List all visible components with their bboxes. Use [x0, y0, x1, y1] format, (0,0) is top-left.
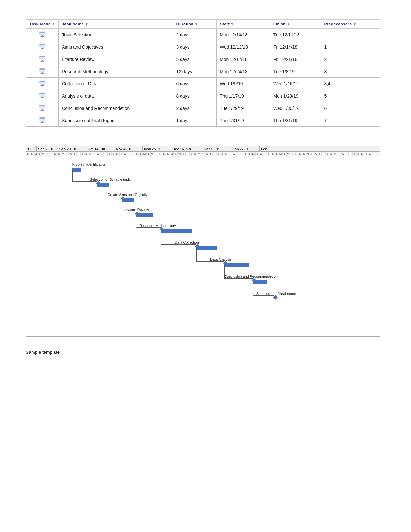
finish-cell: Fri 12/21/18 [270, 53, 321, 65]
gantt-task-row: Data Analysis [26, 257, 380, 270]
gantt-day-label: W [259, 152, 263, 156]
gantt-day-label: F [213, 152, 217, 156]
gantt-day-label: M [143, 152, 147, 156]
gantt-task-label: Selection of Suitable topic [90, 178, 131, 181]
finish-cell: Tue 1/8/19 [270, 65, 321, 78]
gantt-month-label: Jan 6, '19 [203, 146, 231, 151]
table-row: Sunmission of final Report1 dayThu 1/31/… [26, 114, 380, 127]
gantt-day-label: S [329, 152, 333, 156]
task-mode-icon [39, 55, 46, 62]
gantt-day-label: T [236, 152, 240, 156]
gantt-bar [161, 229, 192, 233]
gantt-day-label: W [178, 152, 181, 156]
gantt-day-label: S [248, 152, 252, 156]
table-row: Conclusion and Recommendetion2 daysTue 1… [26, 102, 380, 114]
task-name-cell: Collection of Data [59, 78, 173, 90]
gantt-day-label: S [220, 152, 224, 156]
gantt-day-label: S [244, 152, 248, 156]
footer: Sample template [26, 350, 385, 355]
th-start[interactable]: Start ▼ [217, 20, 270, 29]
predecessors-cell: 3,4 [321, 78, 380, 90]
gantt-task-label: Submission of final report [256, 292, 296, 295]
table-row: Litarture Review5 daysMon 12/17/18Fri 12… [26, 53, 380, 65]
gantt-month-label: Oct 14, '18 [86, 146, 115, 151]
gantt-task-label: Research Methodology [139, 224, 176, 227]
svg-rect-1 [39, 32, 45, 33]
predecessors-cell: 5 [321, 90, 380, 102]
finish-cell: Tue 12/11/18 [270, 29, 321, 41]
task-name-cell: Research Methodology [59, 65, 173, 78]
gantt-task-label: Problem Identification [72, 162, 106, 166]
gantt-day-label: S [190, 152, 193, 156]
th-finish[interactable]: Finish ▼ [270, 20, 321, 29]
finish-cell: Fri 12/14/18 [270, 41, 321, 53]
gantt-day-label: S [275, 152, 279, 156]
gantt-body: Problem IdentificationSelection of Suita… [26, 156, 380, 336]
gantt-day-label: T [182, 152, 186, 156]
duration-cell: 2 days [173, 102, 217, 114]
gantt-month-label: Nov 25, '18 [143, 146, 171, 151]
gantt-month-label: Dec 16, '18 [171, 146, 203, 151]
gantt-month-header: 12, '18Sep 2, '18Sep 23, '18Oct 14, '18N… [26, 146, 380, 152]
task-mode-icon [39, 104, 46, 111]
gantt-day-label: S [26, 152, 30, 156]
gantt-month-label: Sep 2, '18 [37, 146, 58, 151]
start-cell: Wed 1/9/19 [217, 78, 270, 90]
th-task-mode[interactable]: Task Mode ▼ [26, 20, 59, 29]
gantt-day-label: M [34, 152, 38, 156]
gantt-grid-line [380, 156, 380, 336]
gantt-day-label: S [162, 152, 166, 156]
finish-cell: Thu 1/31/19 [270, 114, 321, 127]
sort-arrow-pred: ▼ [353, 22, 356, 26]
gantt-day-label: W [341, 152, 345, 156]
gantt-day-label: S [112, 152, 115, 156]
gantt-day-label: S [326, 152, 329, 156]
finish-cell: Wed 1/30/19 [270, 102, 321, 114]
gantt-day-label: S [271, 152, 275, 156]
gantt-day-label: M [306, 152, 310, 156]
gantt-task-label: Data Analysis [210, 257, 232, 261]
duration-cell: 1 day [173, 114, 217, 127]
gantt-day-label: T [154, 152, 158, 156]
gantt-day-label: F [77, 152, 81, 156]
predecessors-cell: 3 [321, 65, 380, 78]
sort-arrow-mode: ▼ [52, 22, 55, 26]
gantt-day-label: T [364, 152, 368, 156]
gantt-month-label: Nov 4, '18 [114, 146, 143, 151]
gantt-day-label: W [287, 152, 290, 156]
th-task-name[interactable]: Task Name ▼ [59, 20, 173, 29]
svg-rect-13 [39, 105, 45, 106]
gantt-day-label: S [81, 152, 84, 156]
th-predecessors[interactable]: Predecessors ▼ [321, 20, 380, 29]
gantt-day-label: F [349, 152, 353, 156]
gantt-day-label: M [197, 152, 201, 156]
gantt-task-label: Create Aims and Objectives [108, 193, 152, 197]
gantt-task-row: Littzature Review [26, 207, 380, 220]
gantt-day-label: S [166, 152, 170, 156]
gantt-day-label: S [57, 152, 61, 156]
task-mode-cell [26, 41, 59, 53]
gantt-day-label: T [228, 152, 232, 156]
predecessors-cell: 1 [321, 41, 380, 53]
gantt-task-row: Research Methodology [26, 223, 380, 236]
duration-cell: 12 days [173, 65, 217, 78]
finish-cell: Mon 1/28/19 [270, 90, 321, 102]
task-mode-cell [26, 29, 59, 41]
gantt-task-row: Selection of Suitable topic [26, 177, 380, 190]
th-duration[interactable]: Duration ▼ [173, 20, 217, 29]
gantt-milestone [273, 295, 278, 300]
task-table: Task Mode ▼ Task Name ▼ Duration ▼ [26, 19, 380, 127]
duration-cell: 2 days [173, 29, 217, 41]
gantt-day-label: M [115, 152, 119, 156]
gantt-task-row: Conclusion and Recommendetion [26, 274, 380, 287]
gantt-task-row: Problem Identification [26, 162, 380, 175]
sort-arrow-start: ▼ [231, 22, 234, 26]
gantt-day-label: F [240, 152, 244, 156]
gantt-day-label: T [209, 152, 213, 156]
gantt-day-label: W [232, 152, 236, 156]
start-cell: Thu 1/17/19 [217, 90, 270, 102]
task-mode-cell [26, 53, 59, 65]
gantt-day-label: T [256, 152, 259, 156]
gantt-bar [72, 168, 81, 172]
gantt-month-label: Feb [260, 146, 274, 151]
